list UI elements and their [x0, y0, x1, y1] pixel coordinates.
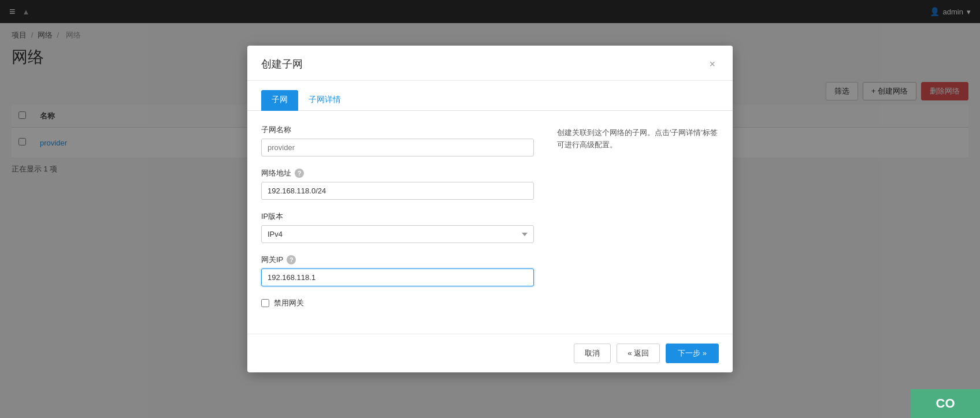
disable-gateway-row: 禁用网关 [261, 298, 534, 308]
network-address-label: 网络地址 ? [261, 168, 534, 178]
modal-tabs: 子网 子网详情 [247, 81, 733, 111]
form-group-disable-gateway: 禁用网关 [261, 298, 534, 308]
form-group-subnet-name: 子网名称 [261, 125, 534, 156]
gateway-ip-help-icon: ? [287, 255, 296, 264]
modal-body: 子网名称 网络地址 ? IP版本 IPv4 IPv6 [247, 111, 733, 334]
subnet-name-label: 子网名称 [261, 125, 534, 135]
modal-footer: 取消 « 返回 下一步 » [247, 334, 733, 372]
form-group-gateway-ip: 网关IP ? [261, 255, 534, 286]
modal-close-button[interactable]: × [706, 58, 719, 70]
back-button[interactable]: « 返回 [617, 344, 660, 363]
network-address-input[interactable] [261, 182, 534, 200]
tab-subnet[interactable]: 子网 [261, 90, 298, 111]
form-group-network-address: 网络地址 ? [261, 168, 534, 200]
ip-version-label: IP版本 [261, 211, 534, 222]
form-group-ip-version: IP版本 IPv4 IPv6 [261, 211, 534, 243]
disable-gateway-checkbox[interactable] [261, 299, 269, 307]
gateway-ip-input[interactable] [261, 268, 534, 286]
create-subnet-modal: 创建子网 × 子网 子网详情 子网名称 网络地址 ? [247, 46, 733, 372]
modal-overlay: 创建子网 × 子网 子网详情 子网名称 网络地址 ? [0, 0, 980, 418]
modal-hint: 创建关联到这个网络的子网。点击'子网详情'标签可进行高级配置。 [557, 125, 719, 320]
subnet-name-input[interactable] [261, 139, 534, 156]
tab-subnet-detail[interactable]: 子网详情 [298, 90, 351, 111]
cancel-button[interactable]: 取消 [574, 344, 611, 363]
ip-version-select[interactable]: IPv4 IPv6 [261, 225, 534, 243]
network-address-help-icon: ? [295, 169, 304, 178]
co-badge: CO [911, 389, 980, 418]
disable-gateway-label: 禁用网关 [274, 298, 304, 308]
next-button[interactable]: 下一步 » [666, 344, 719, 363]
modal-title: 创建子网 [261, 57, 303, 71]
gateway-ip-label: 网关IP ? [261, 255, 534, 265]
modal-form: 子网名称 网络地址 ? IP版本 IPv4 IPv6 [261, 125, 534, 320]
modal-header: 创建子网 × [247, 46, 733, 81]
